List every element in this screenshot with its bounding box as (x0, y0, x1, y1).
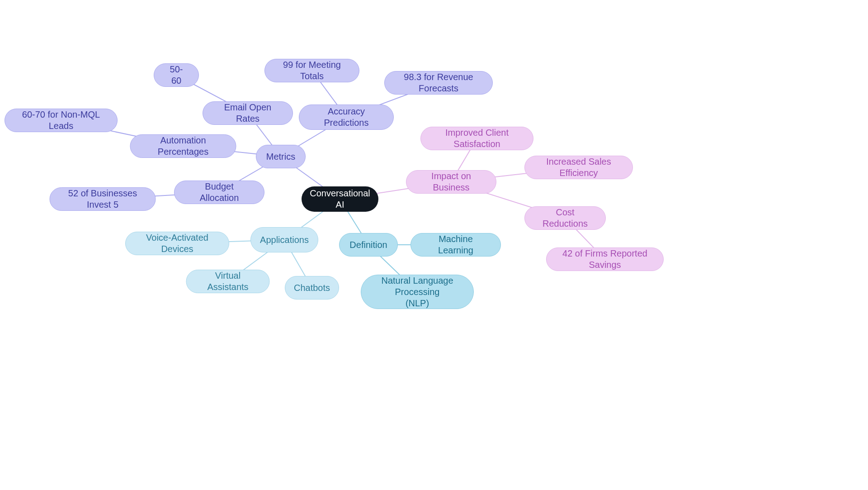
mindmap-canvas: Conversational AI Definition Machine Lea… (0, 0, 868, 490)
definition-node[interactable]: Definition (339, 233, 398, 257)
automation-stat-node[interactable]: 60-70 for Non-MQL Leads (5, 109, 118, 132)
email-open-rates-node[interactable]: Email Open Rates (203, 101, 293, 125)
automation-node[interactable]: Automation Percentages (130, 134, 236, 158)
metrics-node[interactable]: Metrics (256, 145, 306, 168)
sales-efficiency-node[interactable]: Increased Sales Efficiency (524, 156, 633, 179)
root-node[interactable]: Conversational AI (302, 186, 378, 212)
client-satisfaction-node[interactable]: Improved Client Satisfaction (420, 127, 533, 150)
budget-allocation-node[interactable]: Budget Allocation (174, 181, 264, 204)
accuracy-revenue-node[interactable]: 98.3 for Revenue Forecasts (384, 71, 493, 95)
budget-stat-node[interactable]: 52 of Businesses Invest 5 (50, 187, 156, 211)
nlp-node[interactable]: Natural Language Processing (NLP) (361, 275, 474, 309)
accuracy-node[interactable]: Accuracy Predictions (299, 105, 394, 130)
email-stat-node[interactable]: 50-60 (154, 63, 199, 87)
cost-stat-node[interactable]: 42 of Firms Reported Savings (546, 247, 664, 271)
virtual-assistants-node[interactable]: Virtual Assistants (186, 270, 270, 293)
cost-reductions-node[interactable]: Cost Reductions (524, 206, 606, 230)
impact-node[interactable]: Impact on Business (406, 170, 496, 194)
accuracy-meeting-node[interactable]: 99 for Meeting Totals (264, 59, 359, 82)
chatbots-node[interactable]: Chatbots (285, 276, 339, 300)
machine-learning-node[interactable]: Machine Learning (410, 233, 501, 257)
voice-activated-node[interactable]: Voice-Activated Devices (125, 232, 229, 255)
applications-node[interactable]: Applications (250, 227, 318, 252)
